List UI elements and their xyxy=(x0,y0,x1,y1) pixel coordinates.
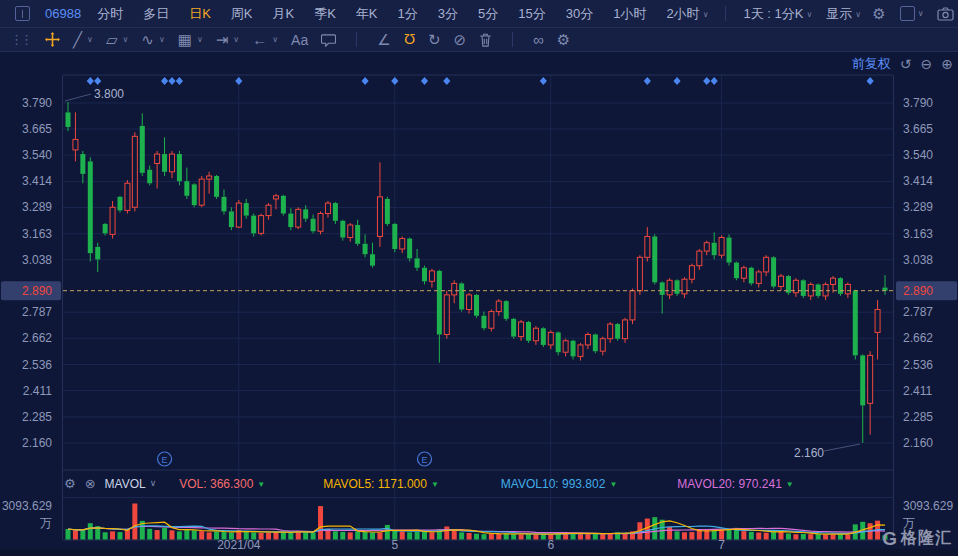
volume-bar[interactable] xyxy=(348,532,353,539)
candle[interactable] xyxy=(125,183,130,210)
candle[interactable] xyxy=(645,236,650,257)
candle[interactable] xyxy=(199,179,204,205)
candle[interactable] xyxy=(355,225,360,244)
volume-bar[interactable] xyxy=(407,532,412,539)
event-marker-icon[interactable] xyxy=(168,77,175,85)
candle[interactable] xyxy=(593,335,598,352)
candle[interactable] xyxy=(719,238,724,256)
volume-bar[interactable] xyxy=(496,534,501,540)
volume-bar[interactable] xyxy=(73,531,78,540)
volume-bar[interactable] xyxy=(266,533,271,540)
candle[interactable] xyxy=(556,332,561,352)
event-marker-icon[interactable] xyxy=(867,77,874,85)
candle[interactable] xyxy=(868,355,873,403)
candle[interactable] xyxy=(533,328,538,341)
candle[interactable] xyxy=(155,154,160,163)
volume-bar[interactable] xyxy=(103,532,108,539)
candle[interactable] xyxy=(511,319,516,337)
candle[interactable] xyxy=(519,322,524,337)
volume-bar[interactable] xyxy=(801,534,806,540)
volume-bar[interactable] xyxy=(452,530,457,540)
event-marker-icon[interactable] xyxy=(161,77,168,85)
candle[interactable] xyxy=(496,301,501,311)
volume-bar[interactable] xyxy=(385,525,390,540)
candle[interactable] xyxy=(623,320,628,339)
candle[interactable] xyxy=(207,176,212,179)
candle[interactable] xyxy=(838,278,843,294)
volume-bar[interactable] xyxy=(355,531,360,539)
volume-bar[interactable] xyxy=(845,535,850,540)
candle[interactable] xyxy=(392,224,397,249)
candle[interactable] xyxy=(422,268,427,282)
candle[interactable] xyxy=(221,197,226,212)
event-marker-icon[interactable] xyxy=(94,77,101,85)
candle[interactable] xyxy=(377,197,382,237)
candle[interactable] xyxy=(727,238,732,263)
candle[interactable] xyxy=(459,283,464,309)
candle[interactable] xyxy=(311,219,316,232)
candle[interactable] xyxy=(712,243,717,256)
volume-bar[interactable] xyxy=(786,533,791,539)
candle[interactable] xyxy=(88,161,93,253)
scrollbar-track[interactable] xyxy=(0,549,958,556)
candle[interactable] xyxy=(214,176,219,197)
candle[interactable] xyxy=(563,341,568,352)
event-marker-icon[interactable] xyxy=(644,77,651,85)
candle[interactable] xyxy=(875,309,880,332)
volume-bar[interactable] xyxy=(756,533,761,540)
candle[interactable] xyxy=(415,258,420,267)
candle[interactable] xyxy=(667,280,672,295)
volume-bar[interactable] xyxy=(177,531,182,539)
candle[interactable] xyxy=(526,322,531,341)
candle[interactable] xyxy=(675,280,680,294)
volume-bar[interactable] xyxy=(526,534,531,540)
candle[interactable] xyxy=(541,328,546,345)
event-marker-icon[interactable] xyxy=(443,77,450,85)
candle[interactable] xyxy=(103,224,108,233)
candle[interactable] xyxy=(273,196,278,199)
candle[interactable] xyxy=(467,295,472,310)
volume-bar[interactable] xyxy=(741,531,746,539)
candle[interactable] xyxy=(845,284,850,293)
candle[interactable] xyxy=(407,239,412,259)
candle[interactable] xyxy=(689,266,694,280)
volume-bar[interactable] xyxy=(600,534,605,540)
volume-bar[interactable] xyxy=(117,532,122,539)
volume-bar[interactable] xyxy=(377,533,382,540)
candle[interactable] xyxy=(630,291,635,320)
volume-bar[interactable] xyxy=(623,533,628,539)
zoom-out-icon[interactable]: ⊖ xyxy=(921,57,933,71)
candle[interactable] xyxy=(147,170,152,184)
volume-bar[interactable] xyxy=(682,532,687,539)
volume-bar[interactable] xyxy=(816,534,821,540)
candle[interactable] xyxy=(756,272,761,283)
candle[interactable] xyxy=(110,207,115,234)
event-marker-icon[interactable] xyxy=(711,77,718,85)
volume-bar[interactable] xyxy=(831,534,836,539)
event-marker-icon[interactable] xyxy=(361,77,368,85)
volume-bar[interactable] xyxy=(318,506,323,539)
undo-icon[interactable]: ↺ xyxy=(900,57,912,71)
volume-bar[interactable] xyxy=(311,533,316,540)
candle[interactable] xyxy=(452,283,457,294)
volume-bar[interactable] xyxy=(675,531,680,539)
volume-bar[interactable] xyxy=(727,529,732,539)
event-marker-icon[interactable] xyxy=(540,77,547,85)
volume-bar[interactable] xyxy=(80,530,85,540)
candle[interactable] xyxy=(578,345,583,356)
indicator-mavol5[interactable]: MAVOL5: 1171.000▼ xyxy=(323,477,439,491)
candle[interactable] xyxy=(325,203,330,213)
volume-bar[interactable] xyxy=(281,532,286,540)
candle[interactable] xyxy=(444,295,449,335)
candle[interactable] xyxy=(296,209,301,227)
candle[interactable] xyxy=(816,284,821,295)
candle[interactable] xyxy=(95,247,100,260)
candle[interactable] xyxy=(734,263,739,279)
candle[interactable] xyxy=(548,332,553,345)
candle[interactable] xyxy=(489,312,494,329)
indicator-vol[interactable]: VOL: 366.300▼ xyxy=(179,477,265,491)
candle[interactable] xyxy=(682,279,687,294)
candle[interactable] xyxy=(608,324,613,339)
candle[interactable] xyxy=(177,154,182,181)
volume-bar[interactable] xyxy=(333,531,338,539)
